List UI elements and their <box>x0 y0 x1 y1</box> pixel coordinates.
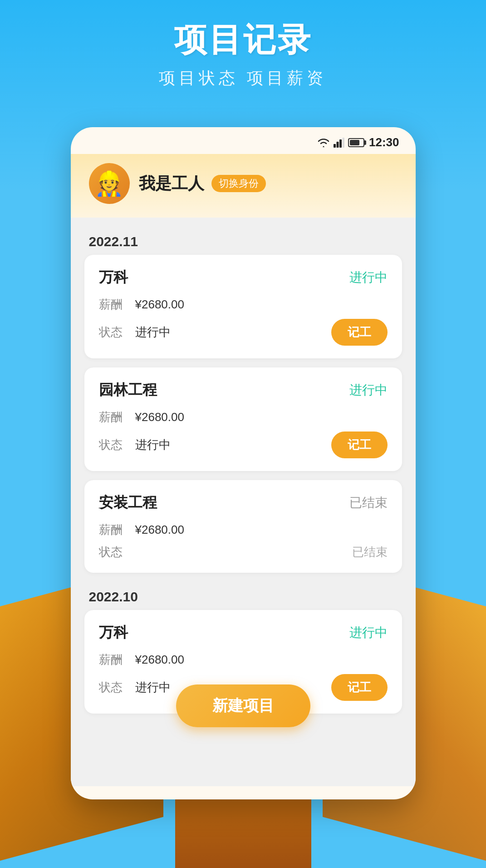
svg-rect-2 <box>339 139 342 148</box>
state-label: 状态 <box>99 544 135 560</box>
profile-name: 我是工人 <box>139 173 204 195</box>
salary-value: ¥2680.00 <box>135 653 388 667</box>
status-icons <box>317 138 364 148</box>
salary-row: 薪酬 ¥2680.00 <box>99 409 388 425</box>
record-work-button[interactable]: 记工 <box>331 432 388 458</box>
record-work-button[interactable]: 记工 <box>331 319 388 346</box>
card-header: 安装工程 已结束 <box>99 493 388 513</box>
state-row: 状态 已结束 <box>99 544 388 560</box>
battery-icon <box>348 138 364 147</box>
profile-header: 👷 我是工人 切换身份 <box>71 154 416 218</box>
state-label: 状态 <box>99 437 135 453</box>
project-name: 安装工程 <box>99 493 157 513</box>
svg-rect-1 <box>337 142 339 148</box>
project-name: 万科 <box>99 268 128 288</box>
project-status: 已结束 <box>349 494 388 511</box>
salary-row: 薪酬 ¥2680.00 <box>99 297 388 312</box>
card-header: 万科 进行中 <box>99 623 388 643</box>
salary-label: 薪酬 <box>99 409 135 425</box>
project-status: 进行中 <box>349 269 388 286</box>
new-project-button[interactable]: 新建项目 <box>176 684 310 727</box>
salary-label: 薪酬 <box>99 652 135 668</box>
salary-value: ¥2680.00 <box>135 410 388 424</box>
wifi-icon <box>317 138 330 148</box>
salary-value: ¥2680.00 <box>135 523 388 537</box>
avatar-emoji: 👷 <box>94 170 124 198</box>
card-header: 万科 进行中 <box>99 268 388 288</box>
state-label: 状态 <box>99 324 135 340</box>
svg-rect-0 <box>334 144 336 148</box>
month-label-0: 2022.11 <box>71 227 416 255</box>
new-project-btn-container: 新建项目 <box>176 684 310 727</box>
state-value: 进行中 <box>135 437 331 453</box>
sub-title: 项目状态 项目薪资 <box>0 67 486 89</box>
project-name: 园林工程 <box>99 380 157 400</box>
project-card-0-0: 万科 进行中 薪酬 ¥2680.00 状态 进行中 记工 <box>84 255 402 358</box>
state-label: 状态 <box>99 680 135 695</box>
salary-label: 薪酬 <box>99 297 135 312</box>
salary-value: ¥2680.00 <box>135 298 388 312</box>
state-row: 状态 进行中 记工 <box>99 319 388 346</box>
salary-row: 薪酬 ¥2680.00 <box>99 522 388 538</box>
main-title: 项目记录 <box>0 18 486 62</box>
status-bar: 12:30 <box>71 127 416 154</box>
svg-rect-3 <box>343 138 345 148</box>
state-row: 状态 进行中 记工 <box>99 432 388 458</box>
project-card-0-1: 园林工程 进行中 薪酬 ¥2680.00 状态 进行中 记工 <box>84 367 402 471</box>
avatar: 👷 <box>89 163 130 204</box>
salary-label: 薪酬 <box>99 522 135 538</box>
project-status: 进行中 <box>349 382 388 399</box>
signal-icon <box>334 138 344 148</box>
status-time: 12:30 <box>369 135 399 149</box>
card-header: 园林工程 进行中 <box>99 380 388 400</box>
project-status: 进行中 <box>349 624 388 641</box>
project-card-0-2: 安装工程 已结束 薪酬 ¥2680.00 状态 已结束 <box>84 480 402 573</box>
bottom-padding <box>71 723 416 777</box>
month-label-1: 2022.10 <box>71 582 416 610</box>
header-area: 项目记录 项目状态 项目薪资 <box>0 18 486 89</box>
switch-identity-badge[interactable]: 切换身份 <box>211 175 266 192</box>
state-value-ended: 已结束 <box>352 544 388 560</box>
project-name: 万科 <box>99 623 128 643</box>
record-work-button[interactable]: 记工 <box>331 674 388 701</box>
salary-row: 薪酬 ¥2680.00 <box>99 652 388 668</box>
state-value: 进行中 <box>135 324 331 340</box>
